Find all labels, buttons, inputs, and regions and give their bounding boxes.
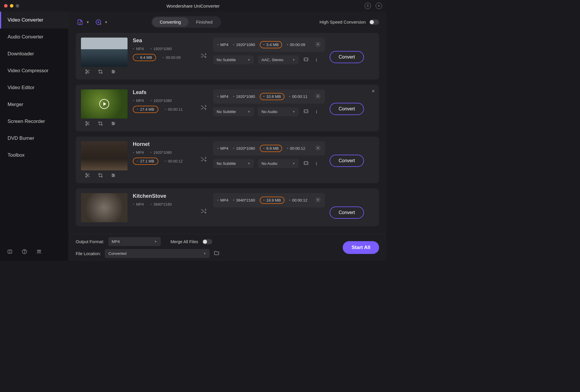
sidebar-item-merger[interactable]: Merger bbox=[0, 96, 68, 113]
account-icon[interactable] bbox=[365, 3, 371, 9]
preview-icon[interactable] bbox=[303, 160, 309, 167]
convert-button[interactable]: Convert bbox=[330, 51, 364, 63]
open-folder-icon[interactable] bbox=[214, 250, 220, 257]
convert-button[interactable]: Convert bbox=[330, 103, 364, 115]
file-location-value: Converted bbox=[108, 251, 126, 256]
subtitle-select[interactable]: No Subtitle ▼ bbox=[213, 107, 254, 116]
svg-point-20 bbox=[114, 71, 114, 72]
trim-icon[interactable] bbox=[85, 173, 90, 179]
dst-format: MP4 bbox=[217, 198, 228, 202]
output-format-select[interactable]: MP4 ▼ bbox=[108, 237, 161, 246]
audio-select[interactable]: AAC, Stereo ▼ bbox=[258, 55, 299, 64]
crop-icon[interactable] bbox=[98, 121, 103, 127]
sidebar-item-video-converter[interactable]: Video Converter bbox=[0, 12, 68, 29]
svg-point-25 bbox=[86, 124, 87, 126]
settings-gear-icon[interactable] bbox=[315, 93, 321, 100]
settings-gear-icon[interactable] bbox=[315, 145, 321, 152]
output-settings-box[interactable]: MP4 3840*2160 18.9 MB 00:00:12 bbox=[213, 193, 325, 207]
sidebar-item-video-editor[interactable]: Video Editor bbox=[0, 79, 68, 96]
sidebar-item-toolbox[interactable]: Toolbox bbox=[0, 147, 68, 164]
svg-point-46 bbox=[317, 147, 319, 149]
tab-converting[interactable]: Converting bbox=[152, 17, 189, 27]
dst-resolution: 1920*1080 bbox=[233, 94, 255, 99]
file-location-select[interactable]: Converted ▼ bbox=[105, 249, 210, 258]
src-format: MP4 bbox=[133, 98, 144, 103]
settings-gear-icon[interactable] bbox=[315, 41, 321, 48]
status-tabs: Converting Finished bbox=[151, 16, 221, 28]
video-thumbnail[interactable] bbox=[81, 141, 128, 170]
convert-button[interactable]: Convert bbox=[330, 206, 364, 219]
output-settings-box[interactable]: MP4 1920*1080 3.4 MB 00:00:09 bbox=[213, 38, 325, 52]
output-settings-box[interactable]: MP4 1920*1080 9.9 MB 00:00:12 bbox=[213, 141, 325, 156]
src-size: 27.4 MB bbox=[133, 106, 158, 113]
audio-select[interactable]: No Audio ▼ bbox=[258, 107, 299, 116]
add-file-button[interactable]: ▼ bbox=[77, 19, 89, 25]
info-icon[interactable]: i bbox=[313, 109, 320, 114]
tutorial-icon[interactable] bbox=[7, 249, 13, 255]
menu-icon[interactable] bbox=[376, 3, 382, 9]
svg-point-43 bbox=[112, 174, 113, 175]
file-card: Leafs MP4 1920*1080 27.4 MB 00:00:11 MP4… bbox=[76, 85, 379, 131]
convert-button[interactable]: Convert bbox=[330, 155, 364, 167]
file-card: Sea MP4 1920*1080 8.4 MB 00:00:09 MP4 19… bbox=[76, 33, 379, 80]
info-icon[interactable]: i bbox=[313, 161, 320, 166]
audio-select[interactable]: No Audio ▼ bbox=[258, 159, 299, 168]
video-thumbnail[interactable] bbox=[81, 89, 128, 119]
svg-point-32 bbox=[114, 123, 114, 124]
sidebar-item-audio-converter[interactable]: Audio Converter bbox=[0, 29, 68, 45]
audio-value: AAC, Stereo bbox=[261, 58, 283, 62]
convert-arrow-icon bbox=[197, 193, 210, 215]
dst-format: MP4 bbox=[217, 146, 228, 151]
sidebar-item-dvd-burner[interactable]: DVD Burner bbox=[0, 130, 68, 147]
dst-format: MP4 bbox=[217, 43, 228, 47]
dst-resolution: 3840*2160 bbox=[233, 198, 255, 202]
feedback-icon[interactable] bbox=[36, 249, 42, 255]
svg-point-7 bbox=[24, 253, 24, 253]
src-resolution: 1920*1080 bbox=[150, 98, 172, 103]
output-settings-box[interactable]: MP4 1920*1080 10.6 MB 00:00:11 bbox=[213, 89, 325, 104]
add-dvd-button[interactable]: ▼ bbox=[95, 19, 108, 25]
preview-icon[interactable] bbox=[303, 109, 309, 115]
svg-point-9 bbox=[39, 250, 41, 251]
start-all-button[interactable]: Start All bbox=[343, 241, 379, 254]
svg-point-37 bbox=[86, 176, 87, 177]
subtitle-select[interactable]: No Subtitle ▼ bbox=[213, 55, 254, 64]
minimize-window-button[interactable] bbox=[10, 4, 13, 8]
svg-point-34 bbox=[317, 96, 319, 97]
play-icon[interactable] bbox=[99, 99, 109, 109]
crop-icon[interactable] bbox=[98, 69, 103, 75]
effects-icon[interactable] bbox=[111, 173, 116, 179]
video-thumbnail[interactable] bbox=[81, 193, 128, 222]
sidebar-item-downloader[interactable]: Downloader bbox=[0, 45, 68, 62]
preview-icon[interactable] bbox=[303, 57, 309, 63]
crop-icon[interactable] bbox=[98, 173, 103, 179]
sidebar-item-video-compressor[interactable]: Video Compressor bbox=[0, 62, 68, 79]
remove-file-icon[interactable]: ✕ bbox=[372, 89, 375, 93]
subtitle-select[interactable]: No Subtitle ▼ bbox=[213, 159, 254, 168]
dst-format: MP4 bbox=[217, 94, 228, 99]
sidebar-item-screen-recorder[interactable]: Screen Recorder bbox=[0, 113, 68, 130]
file-location-label: File Location: bbox=[76, 251, 101, 256]
dst-duration: 00:00:11 bbox=[289, 94, 307, 99]
chevron-down-icon: ▼ bbox=[247, 58, 250, 61]
merge-files-toggle[interactable] bbox=[202, 239, 212, 244]
src-resolution: 1920*1080 bbox=[150, 47, 172, 51]
subtitle-value: No Subtitle bbox=[217, 58, 236, 62]
video-thumbnail[interactable] bbox=[81, 38, 128, 67]
dst-size: 3.4 MB bbox=[260, 41, 282, 48]
trim-icon[interactable] bbox=[85, 69, 90, 75]
high-speed-label: High Speed Conversion bbox=[320, 20, 366, 24]
tab-finished[interactable]: Finished bbox=[188, 17, 220, 27]
src-format: MP4 bbox=[133, 202, 144, 206]
effects-icon[interactable] bbox=[111, 121, 116, 127]
trim-icon[interactable] bbox=[85, 121, 90, 127]
file-card: KitchenStove MP4 3840*2160 MP4 3840*2160… bbox=[76, 188, 379, 226]
help-icon[interactable] bbox=[22, 249, 27, 255]
info-icon[interactable]: i bbox=[313, 57, 320, 63]
high-speed-toggle[interactable] bbox=[369, 20, 379, 25]
toolbar: ▼ ▼ Converting Finished High Speed Conve… bbox=[69, 12, 386, 33]
close-window-button[interactable] bbox=[4, 4, 8, 8]
effects-icon[interactable] bbox=[111, 69, 116, 75]
maximize-window-button[interactable] bbox=[16, 4, 19, 8]
settings-gear-icon[interactable] bbox=[315, 197, 321, 204]
